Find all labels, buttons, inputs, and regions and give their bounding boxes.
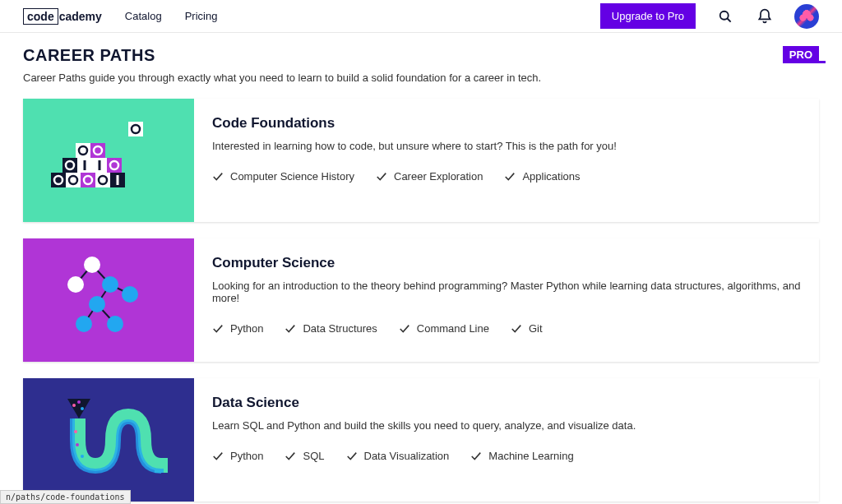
svg-point-45 [81, 455, 84, 458]
topic-label: Career Exploration [394, 170, 483, 183]
card-topics: Python Data Structures Command Line Git [212, 322, 801, 335]
topic-item: Applications [504, 170, 580, 183]
topic-label: Python [230, 322, 263, 335]
svg-point-41 [81, 407, 84, 410]
card-topics: Computer Science History Career Explorat… [212, 170, 801, 183]
topic-item: Career Exploration [376, 170, 483, 183]
topic-item: Python [212, 322, 263, 335]
topic-item: SQL [285, 450, 324, 462]
svg-rect-16 [51, 173, 66, 187]
check-icon [212, 171, 224, 183]
check-icon [212, 323, 224, 335]
check-icon [285, 451, 296, 462]
svg-rect-14 [107, 158, 122, 173]
check-icon [346, 451, 358, 462]
main-header: codecademy Catalog Pricing Upgrade to Pr… [0, 0, 842, 33]
career-path-card[interactable]: Code Foundations Interested in learning … [23, 99, 819, 222]
card-title: Data Science [212, 395, 801, 411]
check-icon [504, 171, 516, 183]
svg-point-40 [72, 404, 76, 407]
svg-point-36 [89, 296, 105, 312]
card-body: Code Foundations Interested in learning … [194, 99, 819, 222]
check-icon [399, 323, 410, 335]
card-body: Data Science Learn SQL and Python and bu… [194, 378, 819, 502]
svg-point-42 [77, 400, 81, 404]
topic-item: Computer Science History [212, 170, 354, 183]
header-right: Upgrade to Pro [600, 3, 819, 29]
svg-point-32 [84, 257, 100, 273]
topic-label: Data Visualization [364, 450, 450, 462]
nav-pricing[interactable]: Pricing [185, 10, 218, 22]
svg-rect-20 [81, 173, 95, 187]
check-icon [470, 451, 482, 462]
topic-label: Git [529, 322, 543, 335]
svg-point-0 [720, 11, 729, 19]
svg-rect-25 [117, 175, 119, 185]
svg-point-38 [107, 316, 123, 332]
topic-label: SQL [303, 450, 324, 462]
svg-point-43 [74, 430, 77, 433]
svg-rect-2 [128, 122, 143, 136]
topic-label: Python [230, 450, 263, 462]
card-title: Computer Science [212, 255, 801, 271]
career-path-card[interactable]: Data Science Learn SQL and Python and bu… [23, 378, 819, 502]
topic-label: Command Line [417, 322, 489, 335]
pro-badge: PRO [783, 46, 819, 63]
svg-point-44 [76, 443, 79, 446]
check-icon [376, 171, 387, 183]
topic-item: Data Visualization [346, 450, 450, 462]
card-illustration [23, 238, 194, 362]
card-title: Code Foundations [212, 115, 801, 132]
page-description: Career Paths guide you through exactly w… [23, 72, 819, 84]
topic-item: Machine Learning [470, 450, 573, 462]
topic-item: Command Line [399, 322, 489, 335]
card-description: Learn SQL and Python and build the skill… [212, 419, 801, 432]
check-icon [511, 323, 522, 335]
check-icon [212, 451, 224, 462]
svg-rect-6 [90, 143, 105, 158]
svg-rect-11 [84, 160, 86, 170]
page-title: CAREER PATHS [23, 46, 155, 65]
topic-item: Git [511, 322, 543, 335]
topic-label: Applications [522, 170, 580, 183]
svg-point-35 [122, 286, 138, 303]
avatar[interactable] [794, 4, 819, 29]
logo-rest: cademy [59, 10, 102, 23]
topic-label: Machine Learning [488, 450, 573, 462]
logo[interactable]: codecademy [23, 8, 102, 25]
svg-rect-18 [66, 173, 81, 187]
nav-catalog[interactable]: Catalog [125, 10, 162, 22]
card-body: Computer Science Looking for an introduc… [194, 238, 819, 362]
search-icon[interactable] [715, 7, 735, 26]
svg-rect-22 [95, 173, 110, 187]
svg-point-34 [102, 276, 118, 293]
topic-item: Python [212, 450, 263, 462]
svg-rect-4 [76, 143, 90, 158]
card-illustration [23, 99, 194, 222]
card-description: Interested in learning how to code, but … [212, 140, 801, 152]
card-topics: Python SQL Data Visualization Machine Le… [212, 450, 801, 462]
svg-rect-13 [99, 160, 101, 170]
svg-rect-8 [62, 158, 77, 173]
page-header: CAREER PATHS PRO [23, 46, 819, 65]
content: CAREER PATHS PRO Career Paths guide you … [0, 33, 842, 504]
career-path-card[interactable]: Computer Science Looking for an introduc… [23, 238, 819, 362]
card-illustration [23, 378, 194, 502]
topic-item: Data Structures [285, 322, 377, 335]
logo-box: code [23, 8, 58, 25]
svg-point-33 [67, 276, 84, 293]
upgrade-button[interactable]: Upgrade to Pro [600, 3, 696, 29]
svg-point-37 [76, 316, 92, 332]
header-left: codecademy Catalog Pricing [23, 8, 217, 25]
svg-line-1 [728, 18, 731, 21]
notifications-icon[interactable] [755, 7, 775, 26]
topic-label: Data Structures [303, 322, 377, 335]
topic-label: Computer Science History [230, 170, 354, 183]
status-bar: n/paths/code-foundations [0, 490, 131, 504]
card-description: Looking for an introduction to the theor… [212, 280, 801, 304]
check-icon [285, 323, 296, 335]
